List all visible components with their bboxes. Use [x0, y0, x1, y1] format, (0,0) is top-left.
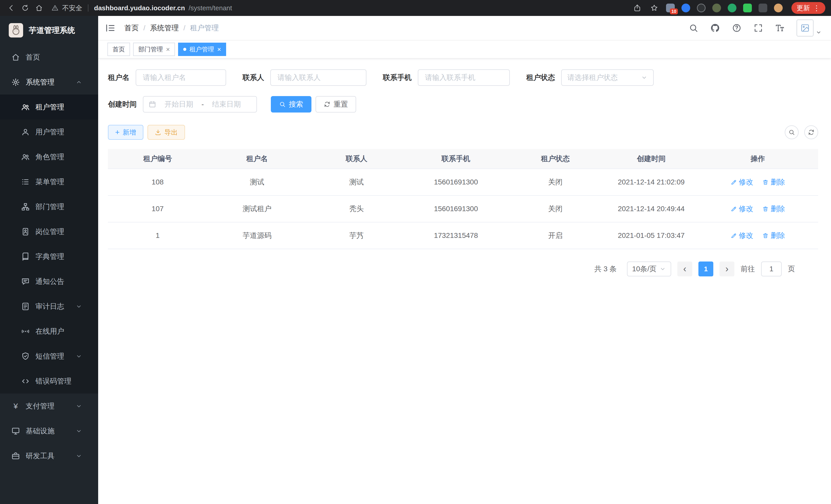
chevron-down-icon	[76, 353, 82, 360]
user-avatar-menu[interactable]	[797, 20, 822, 36]
sidebar: 芋道管理系统 首页 系统管理 租户管理	[0, 16, 98, 504]
page-size-select[interactable]: 10条/页	[627, 262, 671, 276]
reset-button[interactable]: 重置	[316, 96, 356, 113]
close-icon[interactable]: ×	[217, 46, 221, 53]
delete-link[interactable]: 删除	[763, 231, 785, 240]
export-button-label: 导出	[165, 128, 178, 137]
filter-contact: 联系人	[242, 69, 366, 86]
phone-input[interactable]	[418, 69, 510, 86]
user-icon	[21, 128, 30, 137]
extension-icon-1[interactable]: 10	[666, 4, 675, 12]
contact-input[interactable]	[270, 69, 366, 86]
sidebar-collapse-icon[interactable]	[105, 23, 116, 33]
edit-link[interactable]: 修改	[730, 177, 753, 187]
fullscreen-icon[interactable]	[753, 23, 763, 33]
edit-link[interactable]: 修改	[730, 231, 753, 240]
table-cell: 测试租户	[207, 196, 307, 222]
sidebar-item-role-management[interactable]: 角色管理	[0, 144, 98, 169]
page-number-button[interactable]: 1	[698, 262, 713, 276]
search-icon	[279, 101, 286, 108]
help-icon[interactable]	[732, 23, 742, 33]
share-icon[interactable]	[632, 3, 642, 13]
sidebar-group-dev-tools[interactable]: 研发工具	[0, 443, 98, 468]
sidebar-item-tenant-management[interactable]: 租户管理	[0, 94, 98, 119]
tab-dept-management[interactable]: 部门管理 ×	[133, 42, 175, 56]
table-cell: 15601691300	[406, 196, 506, 222]
sidebar-item-error-code[interactable]: 错误码管理	[0, 368, 98, 393]
sidebar-group-payment[interactable]: ¥ 支付管理	[0, 393, 98, 418]
tab-home[interactable]: 首页	[107, 42, 130, 56]
extension-icon-4[interactable]	[712, 4, 721, 12]
chevron-down-icon	[76, 453, 82, 459]
goto-page-input[interactable]	[761, 262, 782, 276]
date-range-picker[interactable]: -	[143, 96, 257, 113]
users-icon	[21, 153, 30, 161]
sidebar-item-menu-management[interactable]: 菜单管理	[0, 169, 98, 194]
home-icon	[11, 53, 20, 62]
sidebar-item-user-management[interactable]: 用户管理	[0, 119, 98, 144]
date-end-input[interactable]	[207, 100, 246, 109]
column-header: 租户编号	[108, 149, 207, 169]
app-logo[interactable]: 芋道管理系统	[0, 16, 98, 45]
tab-tenant-management[interactable]: 租户管理 ×	[178, 42, 226, 56]
github-icon[interactable]	[710, 23, 720, 33]
table-cell: 2021-01-05 17:03:47	[605, 222, 697, 249]
extension-icon-2[interactable]	[682, 4, 690, 12]
font-size-icon[interactable]	[775, 23, 785, 33]
calendar-icon	[148, 100, 156, 108]
prev-page-button[interactable]: ‹	[677, 262, 692, 276]
delete-link[interactable]: 删除	[763, 204, 785, 214]
column-header: 联系手机	[406, 149, 506, 169]
date-start-input[interactable]	[159, 100, 198, 109]
table-cell: 2021-12-14 20:49:44	[605, 196, 697, 222]
breadcrumb-home[interactable]: 首页	[124, 23, 139, 33]
search-icon[interactable]	[689, 23, 698, 33]
search-button[interactable]: 搜索	[271, 96, 311, 113]
bookmark-star-icon[interactable]	[649, 3, 659, 13]
sidebar-group-infrastructure[interactable]: 基础设施	[0, 418, 98, 443]
browser-reload-icon[interactable]	[20, 2, 31, 13]
sidebar-group-sms[interactable]: 短信管理	[0, 344, 98, 368]
browser-home-icon[interactable]	[33, 2, 45, 13]
sidebar-item-notice[interactable]: 通知公告	[0, 269, 98, 294]
sidebar-group-audit-log[interactable]: 审计日志	[0, 294, 98, 319]
status-label: 租户状态	[526, 73, 555, 83]
column-header: 操作	[697, 149, 818, 169]
browser-actions: 10 更新 ⋮	[632, 2, 825, 14]
browser-menu-icon[interactable]: ⋮	[813, 4, 820, 12]
menu-label: 菜单管理	[35, 177, 64, 187]
page-size-value: 10条/页	[632, 264, 657, 274]
sidebar-item-dict-management[interactable]: 字典管理	[0, 244, 98, 269]
system-submenu: 租户管理 用户管理 角色管理 菜单管理	[0, 94, 98, 393]
toggle-search-button[interactable]	[785, 125, 799, 139]
edit-link[interactable]: 修改	[730, 204, 753, 214]
refresh-table-button[interactable]	[804, 125, 818, 139]
sidebar-item-dept-management[interactable]: 部门管理	[0, 194, 98, 219]
delete-link[interactable]: 删除	[763, 177, 785, 187]
browser-back-icon[interactable]	[6, 2, 17, 13]
export-button[interactable]: 导出	[147, 125, 185, 140]
sidebar-item-online-users[interactable]: 在线用户	[0, 319, 98, 344]
id-badge-icon	[21, 227, 30, 236]
breadcrumb-system[interactable]: 系统管理	[150, 23, 179, 33]
sidebar-item-home[interactable]: 首页	[0, 45, 98, 69]
extension-icon-5[interactable]	[728, 4, 737, 12]
extension-icon-7[interactable]	[758, 4, 767, 12]
phone-label: 联系手机	[383, 73, 412, 83]
extension-icon-6[interactable]	[743, 4, 752, 12]
add-button[interactable]: + 新增	[108, 125, 143, 140]
browser-update-button[interactable]: 更新 ⋮	[792, 2, 825, 14]
close-icon[interactable]: ×	[166, 46, 170, 53]
status-select[interactable]: 请选择租户状态	[561, 69, 654, 86]
table-cell: 秃头	[307, 196, 406, 222]
monitor-icon	[11, 427, 20, 436]
address-bar[interactable]: 不安全 dashboard.yudao.iocoder.cn /system/t…	[51, 4, 630, 12]
sidebar-group-system[interactable]: 系统管理	[0, 69, 98, 94]
next-page-button[interactable]: ›	[719, 262, 735, 276]
profile-avatar[interactable]	[774, 4, 783, 12]
extension-icon-3[interactable]	[697, 4, 706, 12]
tenant-name-label: 租户名	[108, 73, 130, 83]
tenant-name-input[interactable]	[136, 69, 226, 86]
toolbox-icon	[11, 452, 20, 460]
sidebar-item-post-management[interactable]: 岗位管理	[0, 219, 98, 244]
